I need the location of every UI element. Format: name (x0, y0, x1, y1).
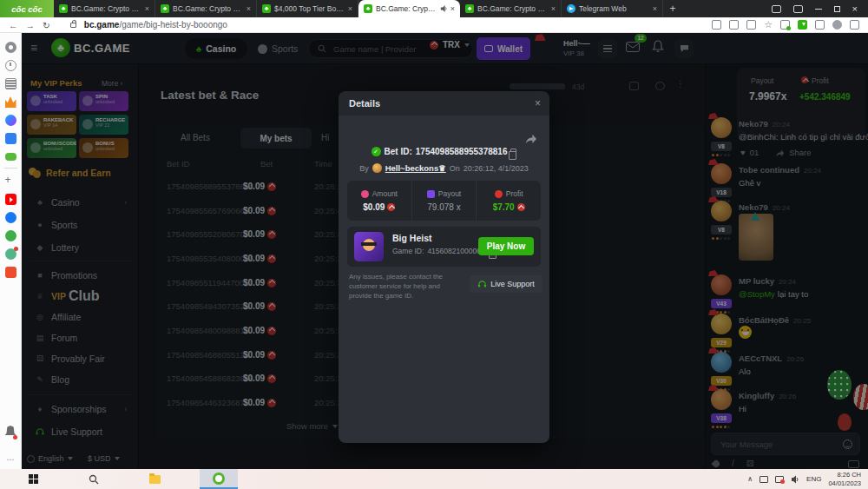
payout-icon (427, 190, 435, 198)
download-manager-icon[interactable] (798, 20, 807, 30)
green-app-notification-icon[interactable] (5, 248, 16, 260)
add-shortcut-icon[interactable]: + (5, 175, 16, 187)
coccoc-icon (213, 472, 225, 485)
games-icon[interactable] (5, 153, 16, 161)
tab-close-icon[interactable]: × (653, 4, 657, 13)
coccoc-taskbar-button[interactable] (200, 469, 238, 489)
extensions-icon[interactable] (815, 20, 825, 30)
reading-list-icon[interactable] (5, 78, 16, 89)
send-to-device-icon[interactable] (712, 20, 721, 30)
start-button[interactable] (14, 469, 52, 489)
downloads-icon[interactable] (850, 20, 859, 30)
shopping-cart-icon[interactable] (5, 267, 16, 278)
screen: cốc cốc ♣ BC.Game: Crypto Casino Gan × ♣… (0, 0, 868, 489)
zalo-icon[interactable] (5, 133, 16, 144)
lock-icon[interactable] (70, 23, 76, 28)
browser-tab-bar: cốc cốc ♣ BC.Game: Crypto Casino Gan × ♣… (0, 0, 868, 17)
tab-close-icon[interactable]: × (450, 4, 455, 13)
bcgame-favicon: ♣ (465, 4, 474, 13)
window-controls: × (772, 0, 868, 17)
extension-badge-icon[interactable] (780, 20, 790, 30)
player-avatar[interactable] (372, 163, 382, 173)
more-options-icon[interactable]: ⋯ (7, 455, 15, 464)
forward-icon[interactable]: → (26, 20, 36, 30)
minimize-button[interactable] (815, 9, 822, 10)
big-heist-thumbnail[interactable] (354, 232, 384, 261)
browser-sidebar: + ⋯ (0, 33, 22, 469)
payout-stat: Payout 79.078 x (411, 181, 477, 221)
headset-icon (477, 280, 487, 288)
trx-coin-icon (387, 203, 395, 211)
history-icon[interactable] (5, 60, 16, 71)
green-app-icon[interactable] (5, 230, 16, 241)
bet-details-modal: Details × ✓ Bet ID: 1754098588955378816 … (339, 91, 549, 443)
bcgame-favicon: ♣ (262, 4, 271, 13)
tab-close-icon[interactable]: × (247, 4, 251, 13)
trx-coin-icon (517, 203, 525, 211)
divider (4, 168, 17, 169)
modal-body: ✓ Bet ID: 1754098588955378816 By Hell~be… (339, 116, 549, 443)
player-name[interactable]: Hell~beckons♛ (385, 163, 446, 173)
bookmark-star-icon[interactable]: ☆ (764, 20, 773, 30)
close-window-button[interactable]: × (852, 3, 858, 14)
volume-icon[interactable] (791, 475, 799, 484)
share-bet-icon[interactable] (524, 133, 537, 144)
settings-gear-icon[interactable] (5, 42, 16, 53)
translate-icon[interactable] (729, 20, 739, 30)
support-note: Any issues, please contact the customer … (349, 272, 464, 301)
back-icon[interactable]: ← (9, 20, 18, 30)
notification-dot (13, 435, 17, 439)
maximize-button[interactable] (834, 6, 840, 12)
notification-app-icon[interactable] (775, 476, 784, 483)
profit-stat: Profit $7.70 (476, 181, 541, 221)
copy-icon[interactable] (510, 149, 516, 155)
game-card: Big Heist Game ID:4156082100006... Play … (347, 227, 541, 267)
verified-check-icon: ✓ (372, 147, 381, 156)
facebook-icon[interactable] (5, 212, 16, 223)
browser-tab-1[interactable]: ♣ BC.Game: Crypto Casino Gan × (54, 0, 155, 17)
snapshot-icon[interactable] (772, 5, 781, 13)
bcgame-favicon: ♣ (364, 4, 372, 13)
game-name: Big Heist (392, 233, 432, 243)
tab-audio-icon[interactable] (440, 5, 447, 12)
amount-stat: Amount $0.09 (347, 181, 411, 221)
coccoc-logo[interactable]: cốc cốc (0, 0, 54, 17)
browser-tab-5[interactable]: ♣ BC.Game: Crypto Casino Gar × (460, 0, 562, 17)
url-text[interactable]: bc.game/game/big-heist-by-booongo (84, 20, 227, 30)
crown-icon[interactable] (5, 96, 16, 108)
youtube-icon[interactable] (5, 194, 16, 205)
profit-icon (495, 190, 503, 198)
live-support-button[interactable]: Live Support (470, 275, 542, 293)
browser-tab-3[interactable]: ♣ $4,000 Top Tier Booongo Mu × (257, 0, 358, 17)
reload-icon[interactable]: ↻ (43, 20, 50, 30)
tab-close-icon[interactable]: × (348, 4, 352, 13)
play-now-button[interactable]: Play Now (478, 237, 534, 255)
language-indicator[interactable]: ENG (806, 475, 821, 483)
share-icon[interactable] (746, 20, 756, 30)
toolbar-icons: ☆ (712, 20, 859, 30)
browser-tab-2[interactable]: ♣ BC.Game: Crypto Casino Gan × (155, 0, 257, 17)
messenger-icon[interactable] (5, 115, 16, 126)
hidden-icons-caret[interactable]: ∧ (747, 475, 753, 483)
taskbar-clock[interactable]: 8:26 CH04/01/2023 (828, 471, 861, 488)
system-tray: ∧ ENG 8:26 CH04/01/2023 (747, 471, 868, 488)
display-icon[interactable] (760, 476, 768, 483)
tab-close-icon[interactable]: × (551, 4, 556, 13)
new-tab-button[interactable]: + (663, 0, 682, 17)
modal-close-icon[interactable]: × (535, 97, 541, 109)
taskbar-search[interactable] (75, 469, 113, 489)
boss-key-icon[interactable] (793, 5, 803, 13)
browser-tab-4-active[interactable]: ♣ BC.Game: Crypto Casino × (358, 0, 460, 17)
file-explorer-button[interactable] (135, 469, 174, 489)
bet-stats: Amount $0.09 Payout 79.078 x Profit $7.7… (347, 181, 541, 221)
search-icon (89, 474, 99, 485)
bcgame-favicon: ♣ (161, 4, 169, 13)
bcgame-page: ≡ ♣ BC.GAME ♣ Casino Sports TRX (22, 33, 868, 469)
browser-tab-telegram[interactable]: Telegram Web × (562, 0, 663, 17)
tab-close-icon[interactable]: × (145, 4, 149, 13)
profile-icon[interactable] (832, 20, 842, 30)
windows-taskbar: ∧ ENG 8:26 CH04/01/2023 (0, 469, 868, 489)
amount-icon (361, 190, 369, 198)
modal-header: Details × (339, 91, 549, 116)
bet-timestamp: 20:26:12, 4/1/2023 (464, 164, 529, 173)
